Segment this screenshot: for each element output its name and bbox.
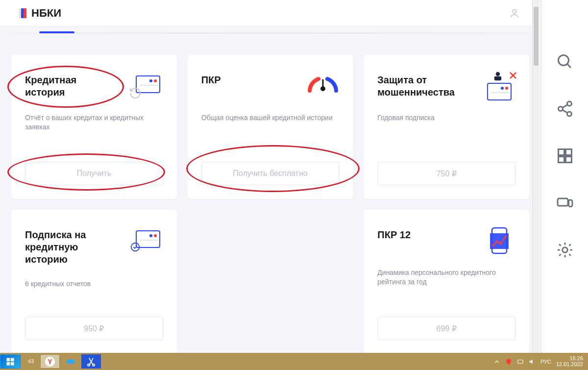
- system-tray: РУС 16:26 12.01.2022: [493, 356, 588, 367]
- tray-volume-icon[interactable]: [529, 358, 536, 365]
- svg-line-15: [567, 64, 571, 68]
- svg-point-10: [492, 245, 494, 247]
- card-title: ПКР: [201, 74, 221, 86]
- card-pkr: ПКР Общая оценка вашей кредитной истории…: [188, 55, 353, 199]
- svg-point-14: [558, 55, 568, 66]
- svg-point-32: [66, 359, 75, 364]
- devices-icon[interactable]: [556, 194, 574, 212]
- card-pkr12: ПКР 12 Динамика персонального кредитного…: [364, 210, 529, 354]
- svg-rect-28: [7, 358, 10, 361]
- card-button-label: 750 ₽: [437, 169, 457, 178]
- tray-shield-icon[interactable]: [505, 358, 512, 365]
- card-subtitle: 6 кредитных отчетов: [25, 279, 163, 289]
- tray-chevron-icon[interactable]: [493, 358, 500, 365]
- brand-logo-icon: [19, 8, 26, 18]
- svg-point-11: [496, 241, 498, 243]
- svg-rect-30: [7, 362, 10, 365]
- svg-rect-26: [568, 200, 572, 207]
- card-credit-history: Кредитная история Отчёт о ваших кредитах…: [11, 55, 177, 199]
- svg-point-16: [558, 107, 563, 111]
- svg-rect-25: [558, 198, 568, 206]
- card-title: ПКР 12: [377, 229, 411, 241]
- svg-rect-4: [494, 76, 501, 80]
- svg-point-7: [131, 243, 139, 251]
- svg-point-18: [567, 112, 571, 116]
- svg-rect-22: [565, 149, 571, 155]
- card-fraud-protection: Защита от мошенничества Годовая подписка…: [364, 55, 529, 199]
- svg-point-0: [513, 9, 516, 13]
- subscription-icon: [131, 229, 163, 254]
- svg-point-3: [496, 72, 500, 76]
- fraud-icon: [483, 74, 515, 99]
- card-button-label: Получить: [77, 169, 111, 178]
- credit-report-icon: [131, 74, 163, 99]
- taskbar-app-snip[interactable]: [81, 354, 101, 369]
- page: НБКИ Кредитная история Отчёт о ваших кре…: [0, 0, 539, 353]
- card-button-price[interactable]: 950 ₽: [25, 317, 163, 340]
- svg-marker-36: [530, 359, 533, 364]
- svg-point-33: [88, 364, 90, 366]
- svg-rect-35: [518, 360, 523, 363]
- card-button-label: 699 ₽: [437, 324, 457, 333]
- svg-rect-31: [11, 362, 14, 365]
- start-button[interactable]: [0, 354, 21, 369]
- phone-chart-icon: [483, 229, 515, 254]
- start-icon[interactable]: [556, 147, 574, 165]
- card-title: Защита от мошенничества: [377, 74, 471, 99]
- search-icon[interactable]: [556, 53, 574, 71]
- cards-grid: Кредитная история Отчёт о ваших кредитах…: [11, 55, 529, 354]
- card-title: Подписка на кредитную историю: [25, 229, 119, 266]
- divider: [11, 33, 529, 33]
- svg-rect-23: [558, 157, 564, 163]
- svg-point-13: [505, 236, 507, 238]
- card-button-price[interactable]: 699 ₽: [377, 317, 515, 340]
- brand[interactable]: НБКИ: [19, 7, 61, 20]
- svg-line-20: [562, 110, 567, 113]
- topbar: НБКИ: [0, 0, 539, 26]
- card-subtitle: Общая оценка вашей кредитной истории: [201, 113, 340, 123]
- taskbar-app-yandex[interactable]: Y: [40, 354, 60, 369]
- taskbar-app-2[interactable]: [61, 354, 80, 369]
- card-subtitle: Отчёт о ваших кредитах и кредитных заявк…: [25, 113, 163, 132]
- tray-date: 12.01.2022: [556, 362, 583, 368]
- svg-rect-29: [11, 358, 14, 361]
- svg-rect-24: [565, 157, 571, 163]
- settings-icon[interactable]: [556, 241, 574, 259]
- svg-rect-21: [558, 149, 564, 155]
- card-button-price[interactable]: 750 ₽: [377, 162, 515, 185]
- brand-text: НБКИ: [31, 7, 61, 20]
- svg-point-34: [93, 364, 95, 366]
- card-title: Кредитная история: [25, 74, 119, 99]
- card-button-get-free[interactable]: Получить бесплатно: [201, 162, 340, 185]
- tray-time: 16:26: [556, 356, 583, 362]
- user-icon[interactable]: [509, 8, 520, 19]
- tray-network-icon[interactable]: [517, 358, 524, 365]
- scrollbar[interactable]: [532, 0, 539, 353]
- svg-point-17: [567, 101, 571, 106]
- card-subtitle: Годовая подписка: [377, 113, 515, 123]
- os-sidebar: [541, 0, 588, 353]
- svg-point-12: [500, 243, 502, 245]
- tray-language[interactable]: РУС: [540, 359, 551, 365]
- card-subtitle: Динамика персонального кредитного рейтин…: [377, 268, 515, 287]
- gauge-icon: [307, 74, 339, 99]
- card-button-label: Получить бесплатно: [233, 169, 307, 178]
- share-icon[interactable]: [556, 100, 574, 118]
- taskbar: :43 Y РУС 16:26 12.01.2022: [0, 353, 588, 370]
- taskbar-divider: :43: [22, 354, 39, 369]
- tray-clock[interactable]: 16:26 12.01.2022: [556, 356, 583, 367]
- card-button-label: 950 ₽: [84, 324, 104, 333]
- svg-line-19: [562, 105, 567, 108]
- svg-point-27: [562, 247, 567, 253]
- card-history-subscription: Подписка на кредитную историю 6 кредитны…: [11, 210, 177, 354]
- card-button-get[interactable]: Получить: [25, 162, 163, 185]
